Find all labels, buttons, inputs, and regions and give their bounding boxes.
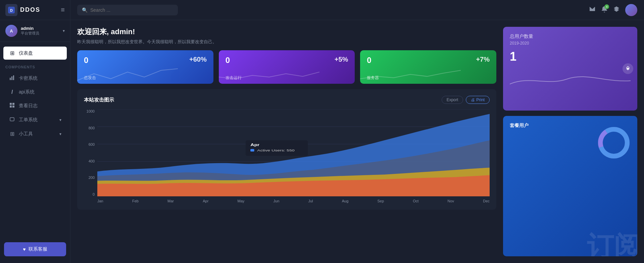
svg-rect-3 (11, 76, 12, 80)
tools-icon: ⊞ (9, 131, 15, 137)
donut-chart (597, 126, 631, 159)
sidebar-item-label: api系统 (19, 89, 35, 95)
nav-section: ⊞ 仪表盘 COMPONENTS 卡密系统 I api系统 查看日志 (0, 42, 70, 144)
topbar: 🔍 4 (70, 0, 644, 20)
dashboard-icon: ⊞ (9, 50, 15, 56)
stat-card-servers: +7% 0 服务器 (360, 50, 496, 84)
chevron-down-icon: ▾ (59, 118, 61, 122)
total-users-wave (510, 69, 631, 89)
sidebar-item-label: 查看日志 (19, 103, 38, 109)
user-role: 平台管理员 (21, 31, 59, 36)
sidebar-item-tools[interactable]: ⊞ 小工具 ▾ (3, 127, 67, 140)
total-users-value: 1 (510, 50, 631, 64)
sidebar-item-dashboard[interactable]: ⊞ 仪表盘 (3, 47, 67, 60)
sidebar-item-ticket-system[interactable]: 工单系统 ▾ (3, 113, 67, 127)
chevron-down-icon: ▾ (63, 28, 65, 33)
svg-rect-7 (10, 106, 12, 108)
chart-section: 本站攻击图示 Export 🖨 Print 1000 800 600 (77, 89, 496, 210)
svg-rect-8 (12, 106, 14, 108)
print-icon: 🖨 (471, 97, 475, 102)
user-info: admin 平台管理员 (21, 26, 59, 36)
sidebar-item-label: 工单系统 (19, 117, 38, 123)
heart-icon: ♥ (23, 247, 26, 252)
avatar: A (5, 25, 17, 37)
search-input[interactable] (90, 7, 173, 13)
sidebar: D DDOS ≡ A admin 平台管理员 ▾ ⊞ 仪表盘 COMPONENT… (0, 0, 70, 263)
chart-title: 本站攻击图示 (84, 97, 114, 103)
stat-cards: +60% 0 总攻击 +5% 0 攻击运行 (77, 50, 496, 84)
svg-text:Active Users: 550: Active Users: 550 (257, 149, 295, 152)
svg-rect-18 (250, 149, 254, 151)
stat-value-purple: 0 (226, 56, 348, 65)
chart-area: 1000 800 600 400 200 0 (84, 109, 490, 203)
svg-text:Apr: Apr (250, 143, 259, 147)
svg-rect-6 (12, 103, 14, 105)
search-box[interactable]: 🔍 (77, 5, 178, 15)
y-axis: 1000 800 600 400 200 0 (84, 109, 95, 203)
user-name: admin (21, 26, 59, 31)
hamburger-icon[interactable]: ≡ (61, 6, 65, 14)
sidebar-logo: D DDOS ≡ (0, 0, 70, 20)
content-main: 欢迎回来, admin! 昨天我很聪明，所以我想改变世界。今天我很聪明，所以我要… (70, 20, 503, 263)
avatar[interactable] (625, 4, 637, 16)
search-icon: 🔍 (82, 7, 88, 13)
chart-svg-container: Apr Active Users: 550 Jan Feb Mar Apr Ma… (97, 109, 490, 203)
ticket-icon (9, 117, 15, 123)
logo-text: DDOS (20, 6, 40, 13)
package-bg-text: 订阅 (587, 233, 637, 256)
svg-rect-2 (10, 78, 11, 80)
print-button[interactable]: 🖨 Print (466, 96, 490, 104)
mail-icon[interactable] (589, 6, 596, 14)
settings-button[interactable] (623, 63, 633, 74)
svg-text:D: D (10, 8, 13, 12)
sidebar-item-label: 小工具 (19, 131, 33, 137)
sidebar-item-label: 卡密系统 (19, 75, 38, 81)
layers-icon[interactable] (613, 6, 620, 14)
sidebar-item-view-log[interactable]: 查看日志 (3, 99, 67, 113)
contact-label: 联系客服 (29, 246, 47, 252)
contact-button[interactable]: ♥ 联系客服 (4, 242, 66, 256)
svg-rect-4 (13, 75, 14, 80)
svg-rect-9 (10, 118, 14, 121)
chevron-down-icon: ▾ (59, 132, 61, 136)
stat-change-green: +7% (476, 56, 490, 63)
sidebar-item-card-system[interactable]: 卡密系统 (3, 72, 67, 85)
stat-change-blue: +60% (189, 56, 207, 63)
main-content: 🔍 4 欢迎回来, admin! 昨天我很聪明，所以我想改变世界。今天我很聪明，… (70, 0, 644, 263)
chart-header: 本站攻击图示 Export 🖨 Print (84, 96, 490, 104)
user-section[interactable]: A admin 平台管理员 ▾ (0, 20, 70, 42)
package-users-card: 套餐用户 订阅 (503, 116, 637, 256)
content-area: 欢迎回来, admin! 昨天我很聪明，所以我想改变世界。今天我很聪明，所以我要… (70, 20, 644, 263)
sidebar-item-label: 仪表盘 (19, 50, 33, 56)
content-right: 总用户数量 2019-2020 1 套餐用户 订阅 (503, 20, 644, 263)
welcome-subtitle: 昨天我很聪明，所以我想改变世界。今天我很聪明，所以我要改变自己。 (77, 39, 496, 45)
chart-buttons: Export 🖨 Print (442, 96, 490, 104)
sidebar-item-api-system[interactable]: I api系统 (3, 86, 67, 98)
topbar-right: 4 (589, 4, 637, 16)
total-users-card: 总用户数量 2019-2020 1 (503, 27, 637, 111)
logo-area: D DDOS (5, 4, 40, 16)
log-icon (9, 103, 15, 109)
stat-value-blue: 0 (84, 56, 207, 65)
total-users-title: 总用户数量 (510, 34, 631, 40)
export-button[interactable]: Export (442, 96, 463, 104)
stat-card-running-attacks: +5% 0 攻击运行 (219, 50, 355, 84)
logo-icon: D (5, 4, 17, 16)
chart-svg: Apr Active Users: 550 (97, 109, 490, 196)
notification-icon[interactable]: 4 (601, 6, 608, 14)
notification-badge: 4 (604, 4, 609, 9)
stat-value-green: 0 (367, 56, 490, 65)
chart-icon (9, 75, 15, 82)
svg-rect-5 (10, 103, 12, 105)
total-users-period: 2019-2020 (510, 41, 631, 46)
api-icon: I (9, 89, 15, 95)
stat-card-total-attacks: +60% 0 总攻击 (77, 50, 213, 84)
welcome-title: 欢迎回来, admin! (77, 27, 496, 37)
components-label: COMPONENTS (0, 61, 70, 71)
x-axis: Jan Feb Mar Apr May Jun Jul Aug Sep Oct … (97, 198, 490, 203)
stat-change-purple: +5% (335, 56, 348, 63)
